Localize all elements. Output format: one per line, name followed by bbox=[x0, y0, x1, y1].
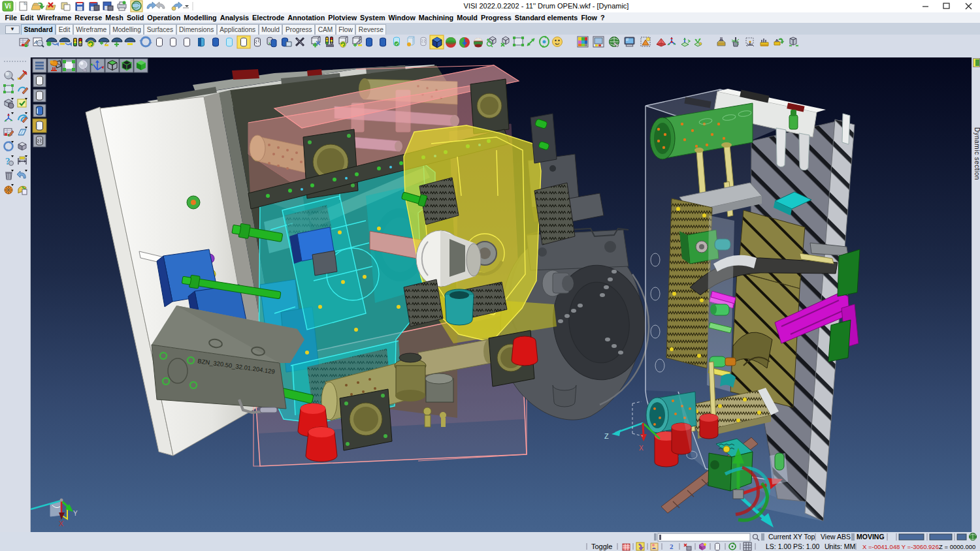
svg-text:View ABS: View ABS bbox=[821, 533, 851, 541]
svg-text:Y: Y bbox=[73, 510, 78, 517]
svg-text:X: X bbox=[639, 445, 644, 452]
svg-text:MOVING: MOVING bbox=[857, 533, 885, 541]
svg-text:LS: 1.00 PS: 1.00: LS: 1.00 PS: 1.00 bbox=[766, 543, 819, 550]
svg-text:Toggle: Toggle bbox=[591, 543, 612, 550]
svg-text:VISI 2022.0.2202 - 11'' Drum O: VISI 2022.0.2202 - 11'' Drum OPEN.wkf - … bbox=[464, 2, 629, 10]
svg-text:2: 2 bbox=[670, 543, 674, 550]
svg-text:X =-0041.048 Y =-3060.926: X =-0041.048 Y =-3060.926 bbox=[862, 543, 939, 550]
svg-text:Units: MM: Units: MM bbox=[825, 543, 855, 550]
svg-text:Z = 0000.000: Z = 0000.000 bbox=[939, 543, 975, 550]
svg-text:X: X bbox=[59, 520, 64, 527]
svg-text:Z: Z bbox=[604, 432, 609, 440]
svg-text:Vi: Vi bbox=[5, 3, 10, 10]
svg-text:Current XY Top: Current XY Top bbox=[768, 533, 815, 541]
